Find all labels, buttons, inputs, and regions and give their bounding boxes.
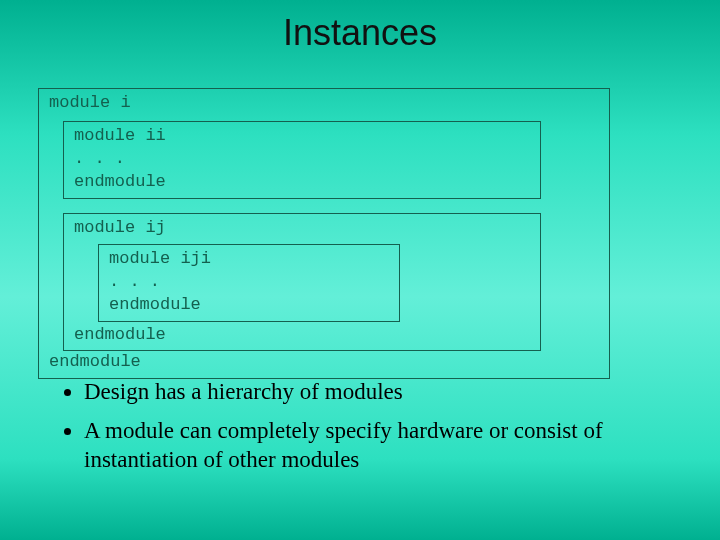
module-iji-body: . . . [109, 271, 389, 294]
module-ij-close: endmodule [74, 324, 530, 347]
module-iji-close: endmodule [109, 294, 389, 317]
slide: Instances module i module ii . . . endmo… [0, 0, 720, 540]
module-ii-open: module ii [74, 125, 530, 148]
bullet-list: Design has a hierarchy of modules A modu… [58, 378, 680, 484]
module-iji-box: module iji . . . endmodule [98, 244, 400, 322]
module-i-close: endmodule [49, 351, 599, 374]
module-diagram: module i module ii . . . endmodule modul… [38, 82, 610, 379]
module-ii-close: endmodule [74, 171, 530, 194]
bullet-1: Design has a hierarchy of modules [84, 378, 680, 407]
slide-title: Instances [0, 0, 720, 54]
bullet-2: A module can completely specify hardware… [84, 417, 680, 475]
module-iji-open: module iji [109, 248, 389, 271]
module-i-box: module i module ii . . . endmodule modul… [38, 88, 610, 379]
module-ij-open: module ij [74, 217, 530, 240]
module-ii-body: . . . [74, 148, 530, 171]
module-i-open: module i [49, 92, 599, 115]
module-ii-box: module ii . . . endmodule [63, 121, 541, 199]
module-ij-box: module ij module iji . . . endmodule end… [63, 213, 541, 352]
